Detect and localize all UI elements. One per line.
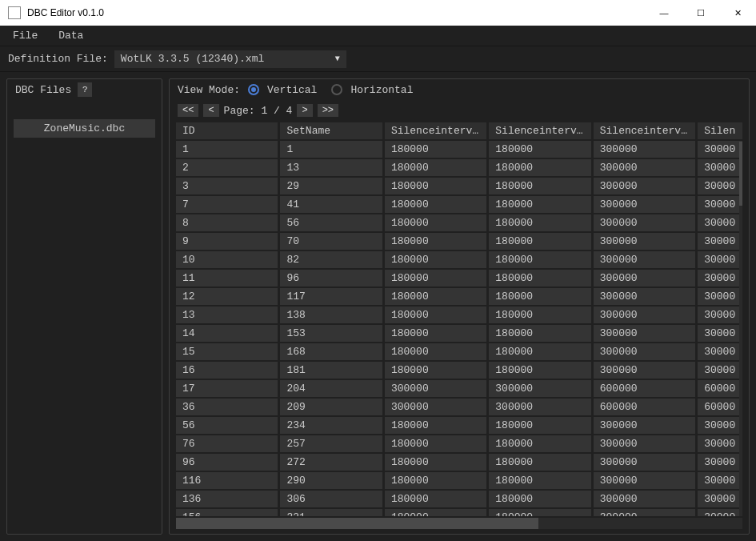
table-cell[interactable]: 2 [176,159,278,176]
table-cell[interactable]: 180000 [489,251,590,268]
vertical-scrollbar[interactable] [739,142,742,516]
table-row[interactable]: 7625718000018000030000030000 [176,435,742,452]
table-row[interactable]: 3620930000030000060000060000 [176,399,742,415]
table-cell[interactable]: 180000 [385,214,486,231]
pager-next[interactable]: > [297,104,312,117]
table-cell[interactable]: 300000 [489,399,590,415]
table-cell[interactable]: 180000 [489,159,590,176]
table-cell[interactable]: 180000 [385,270,486,287]
table-cell[interactable]: 180000 [385,251,486,268]
table-cell[interactable]: 30000 [698,251,742,268]
table-cell[interactable]: 300000 [594,472,695,489]
table-cell[interactable]: 300000 [594,288,695,305]
table-cell[interactable]: 300000 [594,417,695,434]
table-cell[interactable]: 13 [176,307,278,323]
table-cell[interactable]: 1 [176,141,278,158]
table-cell[interactable]: 180000 [385,307,486,323]
table-cell[interactable]: 180000 [489,233,590,250]
column-header[interactable]: Silen [698,122,742,139]
table-cell[interactable]: 30000 [698,417,742,434]
table-cell[interactable]: 300000 [594,307,695,323]
table-cell[interactable]: 600000 [594,399,695,415]
table-cell[interactable]: 116 [176,472,278,489]
definition-select[interactable]: WotLK 3.3.5 (12340).xml ▼ [114,50,346,68]
table-cell[interactable]: 56 [176,417,278,434]
table-cell[interactable]: 180000 [489,288,590,305]
table-cell[interactable]: 30000 [698,159,742,176]
horizontal-scroll-thumb[interactable] [176,518,538,529]
column-header[interactable]: ID [176,122,278,139]
table-cell[interactable]: 60000 [698,399,742,415]
table-cell[interactable]: 300000 [594,251,695,268]
table-cell[interactable]: 180000 [385,491,486,507]
table-cell[interactable]: 153 [280,325,382,342]
table-cell[interactable]: 30000 [698,435,742,452]
horizontal-scrollbar[interactable] [176,518,742,529]
table-cell[interactable]: 41 [280,196,382,213]
menu-file[interactable]: File [5,27,46,44]
table-cell[interactable]: 180000 [385,196,486,213]
table-row[interactable]: 1118000018000030000030000 [176,141,742,158]
table-cell[interactable]: 10 [176,251,278,268]
table-cell[interactable]: 82 [280,251,382,268]
table-cell[interactable]: 11 [176,270,278,287]
table-cell[interactable]: 30000 [698,288,742,305]
table-cell[interactable]: 180000 [489,196,590,213]
table-cell[interactable]: 60000 [698,380,742,397]
table-cell[interactable]: 96 [280,270,382,287]
table-cell[interactable]: 168 [280,343,382,360]
table-cell[interactable]: 30000 [698,196,742,213]
file-item-zonemusic[interactable]: ZoneMusic.dbc [14,119,155,138]
table-cell[interactable]: 300000 [594,362,695,379]
table-cell[interactable]: 300000 [594,233,695,250]
table-cell[interactable]: 180000 [385,435,486,452]
table-cell[interactable]: 204 [280,380,382,397]
table-row[interactable]: 85618000018000030000030000 [176,214,742,231]
table-row[interactable]: 108218000018000030000030000 [176,251,742,268]
table-cell[interactable]: 180000 [385,159,486,176]
table-cell[interactable]: 300000 [594,454,695,471]
table-cell[interactable]: 300000 [594,196,695,213]
table-cell[interactable]: 8 [176,214,278,231]
table-cell[interactable]: 76 [176,435,278,452]
table-cell[interactable]: 56 [280,214,382,231]
table-row[interactable]: 1618118000018000030000030000 [176,362,742,379]
table-cell[interactable]: 300000 [594,270,695,287]
table-row[interactable]: 15632118000018000030000030000 [176,509,742,516]
table-cell[interactable]: 180000 [489,491,590,507]
table-cell[interactable]: 180000 [385,141,486,158]
table-cell[interactable]: 30000 [698,270,742,287]
table-cell[interactable]: 30000 [698,491,742,507]
table-row[interactable]: 1516818000018000030000030000 [176,343,742,360]
table-row[interactable]: 11629018000018000030000030000 [176,472,742,489]
table-cell[interactable]: 180000 [385,362,486,379]
table-cell[interactable]: 180000 [385,178,486,194]
maximize-button[interactable]: ☐ [682,0,719,26]
table-cell[interactable]: 30000 [698,343,742,360]
table-cell[interactable]: 70 [280,233,382,250]
table-row[interactable]: 1720430000030000060000060000 [176,380,742,397]
radio-vertical[interactable] [248,84,259,95]
table-cell[interactable]: 300000 [594,325,695,342]
table-cell[interactable]: 9 [176,233,278,250]
table-row[interactable]: 9627218000018000030000030000 [176,454,742,471]
table-row[interactable]: 119618000018000030000030000 [176,270,742,287]
table-cell[interactable]: 16 [176,362,278,379]
table-cell[interactable]: 17 [176,380,278,397]
table-cell[interactable]: 15 [176,343,278,360]
pager-first[interactable]: << [178,104,198,117]
table-cell[interactable]: 136 [176,491,278,507]
table-cell[interactable]: 300000 [594,435,695,452]
table-row[interactable]: 5623418000018000030000030000 [176,417,742,434]
table-cell[interactable]: 300000 [594,214,695,231]
table-cell[interactable]: 180000 [385,417,486,434]
radio-horizontal[interactable] [331,84,342,95]
table-cell[interactable]: 180000 [385,454,486,471]
table-cell[interactable]: 3 [176,178,278,194]
table-row[interactable]: 1313818000018000030000030000 [176,307,742,323]
table-row[interactable]: 74118000018000030000030000 [176,196,742,213]
table-cell[interactable]: 180000 [489,141,590,158]
table-cell[interactable]: 30000 [698,307,742,323]
table-cell[interactable]: 180000 [385,325,486,342]
table-row[interactable]: 1415318000018000030000030000 [176,325,742,342]
